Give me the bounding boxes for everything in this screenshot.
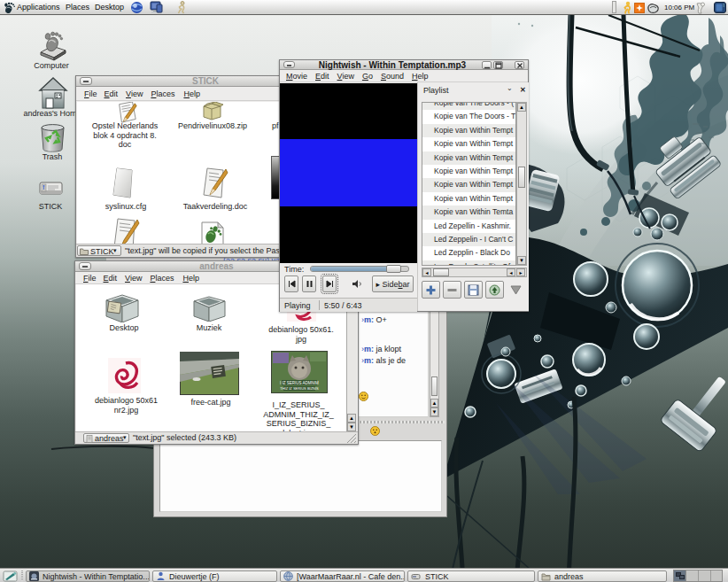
svg-text:THIZ IZ SERIUS BIZNIS: THIZ IZ SERIUS BIZNIS [280, 386, 319, 391]
svg-text:I IZ SERIUS ADMNIM: I IZ SERIUS ADMNIM [280, 381, 319, 385]
